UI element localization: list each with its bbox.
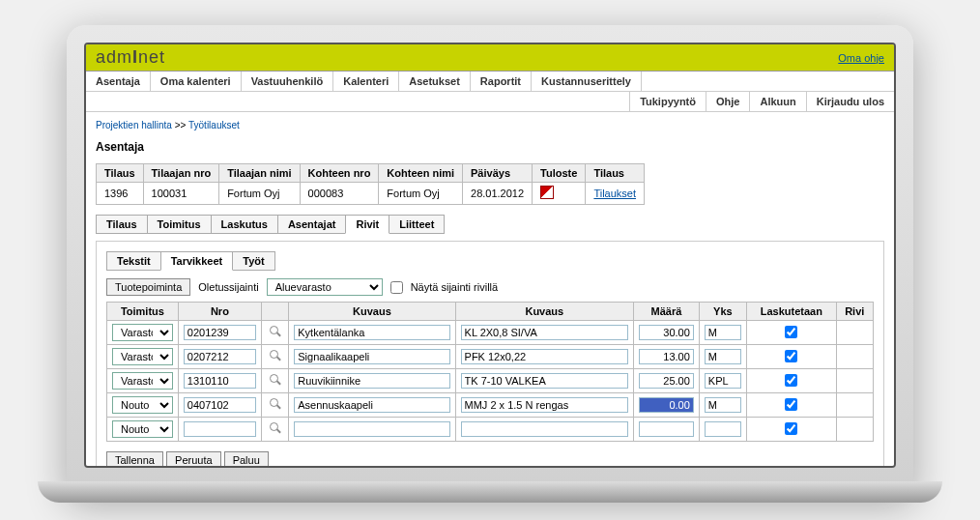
tallenna-button[interactable]: Tallenna [106, 451, 163, 468]
toimitus-select[interactable]: Nouto [112, 420, 173, 438]
laskutetaan-checkbox[interactable] [785, 422, 797, 435]
table-row: Varasto [107, 369, 874, 393]
col-tilaus: Tilaus [97, 164, 144, 183]
order-tuloste[interactable] [533, 183, 586, 205]
kuvaus2-input[interactable] [461, 397, 629, 413]
kuvaus2-input[interactable] [461, 349, 629, 364]
hdr-maara: Määrä [634, 303, 700, 321]
hdr-kuvaus1: Kuvaus [289, 303, 455, 321]
hdr-nro: Nro [178, 303, 261, 321]
nayta-sijainti-checkbox[interactable] [390, 281, 403, 294]
hdr-yks: Yks [699, 303, 746, 321]
yks-input[interactable] [705, 397, 741, 413]
tab-tilaus[interactable]: Tilaus [96, 215, 148, 234]
submenu-kirjaudu-ulos[interactable]: Kirjaudu ulos [806, 92, 894, 111]
search-icon[interactable] [270, 422, 281, 434]
tab-tekstit[interactable]: Tekstit [106, 251, 161, 271]
tab-laskutus[interactable]: Laskutus [211, 215, 278, 234]
kuvaus2-input[interactable] [461, 325, 629, 340]
maara-input[interactable] [639, 397, 694, 413]
tabs-primary: Tilaus Toimitus Laskutus Asentajat Rivit… [96, 215, 884, 234]
tab-asentajat[interactable]: Asentajat [277, 215, 347, 234]
pdf-icon[interactable] [540, 186, 554, 199]
toimitus-select[interactable]: Varasto [112, 348, 173, 365]
col-kohteen-nimi: Kohteen nimi [379, 164, 463, 183]
tuotepoiminta-button[interactable]: Tuotepoiminta [106, 278, 190, 296]
laskutetaan-checkbox[interactable] [785, 350, 797, 362]
action-button-row: Tallenna Peruuta Paluu [106, 451, 874, 468]
submenu-ohje[interactable]: Ohje [706, 92, 749, 111]
laskutetaan-checkbox[interactable] [785, 374, 797, 387]
yks-input[interactable] [705, 349, 741, 364]
kuvaus1-input[interactable] [294, 349, 449, 364]
menu-vastuuhenkilo[interactable]: Vastuuhenkilö [242, 72, 334, 91]
col-tilaus-link: Tilaus [586, 164, 645, 183]
tabs-secondary: Tekstit Tarvikkeet Työt [106, 251, 874, 271]
yks-input[interactable] [705, 325, 741, 340]
toimitus-select[interactable]: Varasto [112, 372, 173, 390]
col-kohteen-nro: Kohteen nro [300, 164, 379, 183]
tilaukset-link[interactable]: Tilaukset [593, 188, 636, 199]
menu-kustannuserittely[interactable]: Kustannuserittely [532, 72, 642, 91]
search-icon[interactable] [270, 398, 281, 410]
yks-input[interactable] [705, 421, 741, 437]
nro-input[interactable] [184, 421, 256, 437]
submenu-alkuun[interactable]: Alkuun [749, 92, 805, 111]
peruuta-button[interactable]: Peruuta [166, 451, 221, 468]
hdr-rivi: Rivi [836, 303, 873, 321]
maara-input[interactable] [639, 349, 694, 364]
rivi-cell [836, 393, 873, 418]
toimitus-select[interactable]: Varasto [112, 324, 173, 341]
rivi-cell [836, 418, 873, 442]
table-row: Varasto [107, 345, 874, 369]
breadcrumb-projektien-hallinta[interactable]: Projektien hallinta [96, 120, 172, 130]
menu-kalenteri[interactable]: Kalenteri [333, 72, 399, 91]
breadcrumb: Projektien hallinta >> Työtilaukset [96, 120, 884, 130]
tab-rivit[interactable]: Rivit [345, 215, 389, 234]
search-icon[interactable] [270, 374, 281, 386]
oletussijainti-select[interactable]: Aluevarasto [267, 278, 383, 296]
kuvaus1-input[interactable] [294, 373, 449, 389]
menu-raportit[interactable]: Raportit [471, 72, 532, 91]
hdr-toimitus: Toimitus [107, 303, 179, 321]
table-row: Nouto [107, 393, 874, 418]
maara-input[interactable] [639, 373, 694, 389]
laskutetaan-checkbox[interactable] [785, 398, 797, 411]
tab-liitteet[interactable]: Liitteet [389, 215, 445, 234]
toimitus-select[interactable]: Nouto [112, 396, 173, 414]
tab-tyot[interactable]: Työt [232, 251, 274, 271]
menu-asentaja[interactable]: Asentaja [86, 72, 151, 91]
sub-menu-bar: Tukipyyntö Ohje Alkuun Kirjaudu ulos [86, 92, 894, 112]
kuvaus1-input[interactable] [294, 325, 449, 340]
paluu-button[interactable]: Paluu [224, 451, 269, 468]
kuvaus2-input[interactable] [461, 373, 629, 389]
maara-input[interactable] [639, 325, 694, 340]
top-bar: admInet Oma ohje [86, 44, 894, 72]
toolbar-row: Tuotepoiminta Oletussijainti Aluevarasto… [106, 278, 874, 296]
laskutetaan-checkbox[interactable] [785, 326, 797, 338]
yks-input[interactable] [705, 373, 741, 389]
nro-input[interactable] [184, 325, 256, 340]
table-row: Nouto [107, 418, 874, 442]
search-icon[interactable] [270, 350, 281, 361]
nro-input[interactable] [184, 349, 256, 364]
breadcrumb-tyotilaukset[interactable]: Työtilaukset [188, 120, 240, 130]
kuvaus1-input[interactable] [294, 421, 449, 437]
kuvaus1-input[interactable] [294, 397, 449, 413]
kuvaus2-input[interactable] [461, 421, 629, 437]
rivit-panel: Tekstit Tarvikkeet Työt Tuotepoiminta Ol… [96, 241, 884, 468]
rivi-cell [836, 321, 873, 345]
menu-asetukset[interactable]: Asetukset [399, 72, 471, 91]
hdr-laskutetaan: Laskutetaan [747, 303, 837, 321]
table-row: Varasto [107, 321, 874, 345]
help-link[interactable]: Oma ohje [838, 52, 884, 64]
maara-input[interactable] [639, 421, 694, 437]
menu-oma-kalenteri[interactable]: Oma kalenteri [151, 72, 242, 91]
nro-input[interactable] [184, 397, 256, 413]
search-icon[interactable] [270, 326, 281, 337]
tab-toimitus[interactable]: Toimitus [147, 215, 212, 234]
nro-input[interactable] [184, 373, 256, 389]
tab-tarvikkeet[interactable]: Tarvikkeet [160, 251, 234, 271]
submenu-tukipyynto[interactable]: Tukipyyntö [629, 92, 706, 111]
app-logo: admInet [96, 47, 165, 68]
